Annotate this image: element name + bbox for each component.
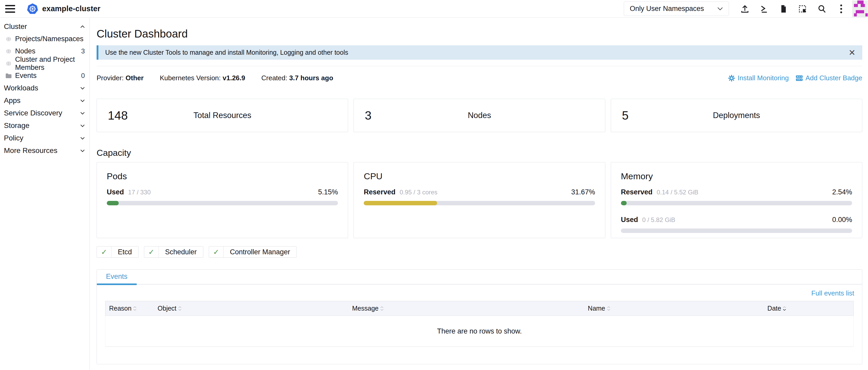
column-header-object[interactable]: Object bbox=[154, 301, 348, 316]
chevron-up-icon bbox=[80, 25, 85, 28]
chevron-down-icon bbox=[80, 137, 85, 140]
sidebar-item-label: Cluster and Project Members bbox=[15, 56, 85, 72]
sidebar-group-label: More Resources bbox=[4, 146, 57, 155]
gear-icon bbox=[728, 75, 735, 82]
sidebar-group-label: Policy bbox=[4, 134, 24, 142]
capacity-card-title: CPU bbox=[364, 171, 595, 181]
stat-cards-row: 148 Total Resources 3 Nodes 5 Deployment… bbox=[97, 99, 862, 132]
capacity-card-cpu: CPU Reserved 0.95 / 3 cores 31.67% bbox=[353, 162, 605, 238]
glance-created: Created: 3.7 hours ago bbox=[261, 74, 333, 82]
page-title: Cluster Dashboard bbox=[97, 28, 862, 40]
add-cluster-badge-label: Add Cluster Badge bbox=[806, 74, 862, 82]
capacity-section-title: Capacity bbox=[97, 148, 862, 158]
progress-fill bbox=[621, 201, 627, 205]
glance-row: Provider: Other Kubernetes Version: v1.2… bbox=[97, 74, 862, 82]
sidebar-group-more-resources[interactable]: More Resources bbox=[0, 144, 90, 157]
sidebar-group-label: Apps bbox=[4, 96, 21, 105]
glance-provider: Provider: Other bbox=[97, 74, 144, 82]
main-content: Cluster Dashboard Use the new Cluster To… bbox=[90, 18, 868, 370]
cluster-tools-banner: Use the new Cluster Tools to manage and … bbox=[97, 45, 862, 60]
install-monitoring-link[interactable]: Install Monitoring bbox=[728, 74, 789, 82]
chevron-down-icon bbox=[80, 112, 85, 115]
sort-carets-icon bbox=[380, 306, 384, 311]
chevron-down-icon bbox=[717, 7, 723, 10]
user-avatar[interactable] bbox=[852, 1, 868, 17]
sidebar-item-label: Projects/Namespaces bbox=[15, 35, 84, 43]
column-header-date[interactable]: Date bbox=[764, 301, 854, 316]
column-header-reason[interactable]: Reason bbox=[105, 301, 154, 316]
capacity-card-title: Pods bbox=[107, 171, 338, 181]
memory-reserved-gauge: Reserved 0.14 / 5.52 GiB 2.54% bbox=[621, 188, 852, 205]
sidebar-group-label: Service Discovery bbox=[4, 109, 62, 117]
cpu-reserved-gauge: Reserved 0.95 / 3 cores 31.67% bbox=[364, 188, 595, 205]
sort-carets-icon bbox=[178, 306, 182, 311]
file-icon bbox=[779, 4, 788, 13]
sort-carets-icon-active-desc bbox=[783, 306, 786, 311]
check-icon: ✓ bbox=[209, 247, 224, 257]
import-yaml-button[interactable] bbox=[735, 0, 754, 18]
column-header-message[interactable]: Message bbox=[349, 301, 584, 316]
top-nav-header: example-cluster Only User Namespaces bbox=[0, 0, 868, 18]
progress-bar bbox=[107, 201, 338, 205]
sidebar-group-apps[interactable]: Apps bbox=[0, 94, 90, 107]
capacity-card-title: Memory bbox=[621, 171, 852, 181]
download-kubeconfig-button[interactable] bbox=[774, 0, 793, 18]
sidebar-item-label: Events bbox=[15, 72, 37, 80]
sidebar-item-cluster-and-project-members[interactable]: Cluster and Project Members bbox=[0, 57, 90, 69]
badge-icon bbox=[796, 75, 803, 81]
chevron-down-icon bbox=[80, 124, 85, 127]
divider bbox=[97, 66, 862, 66]
hamburger-menu-icon[interactable] bbox=[5, 5, 15, 13]
sidebar: Cluster Projects/Namespaces Nodes 3 Clus… bbox=[0, 18, 90, 370]
check-icon: ✓ bbox=[144, 247, 159, 257]
column-header-name[interactable]: Name bbox=[584, 301, 764, 316]
copy-to-clipboard-icon bbox=[798, 4, 807, 13]
progress-bar bbox=[364, 201, 595, 205]
tab-events[interactable]: Events bbox=[97, 270, 137, 285]
glance-kubernetes-version: Kubernetes Version: v1.26.9 bbox=[160, 74, 245, 82]
sidebar-item-count: 3 bbox=[81, 47, 85, 55]
capacity-card-pods: Pods Used 17 / 330 5.15% bbox=[97, 162, 348, 238]
memory-used-gauge: Used 0 / 5.82 GiB 0.00% bbox=[621, 216, 852, 233]
component-status-row: ✓ Etcd ✓ Scheduler ✓ Controller Manager bbox=[97, 246, 862, 258]
capacity-cards-row: Pods Used 17 / 330 5.15% CPU Reserved 0.… bbox=[97, 162, 862, 238]
terminal-shell-icon bbox=[760, 4, 769, 13]
sidebar-group-cluster[interactable]: Cluster bbox=[0, 20, 90, 33]
globe-icon bbox=[5, 48, 12, 54]
kubectl-shell-button[interactable] bbox=[754, 0, 774, 18]
sidebar-item-projects-namespaces[interactable]: Projects/Namespaces bbox=[0, 33, 90, 45]
full-events-list-link[interactable]: Full events list bbox=[811, 289, 854, 297]
chevron-down-icon bbox=[80, 99, 85, 102]
events-panel: Events Full events list Reason Object Me… bbox=[97, 269, 862, 364]
globe-icon bbox=[5, 36, 12, 42]
globe-icon bbox=[5, 60, 12, 67]
banner-text: Use the new Cluster Tools to manage and … bbox=[105, 49, 348, 56]
progress-fill bbox=[364, 201, 437, 205]
cluster-name-title: example-cluster bbox=[42, 4, 100, 13]
close-icon[interactable]: ✕ bbox=[848, 49, 856, 57]
progress-bar bbox=[621, 201, 852, 205]
install-monitoring-label: Install Monitoring bbox=[738, 74, 789, 82]
namespace-filter-select[interactable]: Only User Namespaces bbox=[624, 2, 729, 16]
copy-kubeconfig-button[interactable] bbox=[793, 0, 812, 18]
events-tab-bar: Events bbox=[97, 270, 862, 285]
sidebar-group-label: Workloads bbox=[4, 84, 38, 92]
pods-used-gauge: Used 17 / 330 5.15% bbox=[107, 188, 338, 205]
sidebar-group-workloads[interactable]: Workloads bbox=[0, 82, 90, 94]
overflow-menu-button[interactable] bbox=[832, 0, 851, 18]
chevron-down-icon bbox=[80, 149, 85, 152]
search-button[interactable] bbox=[812, 0, 832, 18]
sort-carets-icon bbox=[133, 306, 137, 311]
sidebar-group-storage[interactable]: Storage bbox=[0, 119, 90, 132]
upload-icon bbox=[740, 4, 749, 13]
component-status-controller-manager: ✓ Controller Manager bbox=[209, 246, 297, 258]
sidebar-item-count: 0 bbox=[81, 72, 85, 80]
sidebar-item-label: Nodes bbox=[15, 47, 35, 55]
sidebar-group-service-discovery[interactable]: Service Discovery bbox=[0, 107, 90, 119]
progress-fill bbox=[107, 201, 119, 205]
stat-card-nodes: 3 Nodes bbox=[353, 99, 605, 132]
sidebar-group-policy[interactable]: Policy bbox=[0, 132, 90, 144]
chevron-down-icon bbox=[80, 87, 85, 90]
add-cluster-badge-link[interactable]: Add Cluster Badge bbox=[796, 74, 862, 82]
events-table: Reason Object Message Name Date There ar… bbox=[105, 301, 854, 347]
